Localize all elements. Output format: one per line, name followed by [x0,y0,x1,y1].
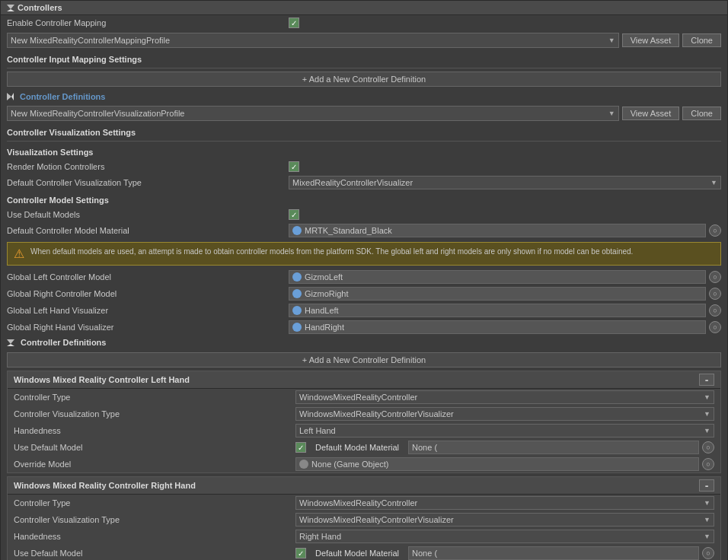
right-default-material-field[interactable]: None ( [408,546,699,560]
right-controller-type-text: WindowsMixedRealityController [299,498,417,508]
left-viz-type-dropdown[interactable]: WindowsMixedRealityControllerVisualizer … [295,407,714,421]
default-material-field[interactable]: MRTK_Standard_Black [289,224,706,237]
clone-btn[interactable]: Clone [682,33,721,47]
view-asset-btn[interactable]: View Asset [622,33,680,47]
left-handedness-text: Left Hand [299,426,336,435]
left-default-material-field[interactable]: None ( [408,441,699,454]
left-handedness-label: Handedness [14,426,295,435]
left-hand-remove-btn[interactable]: - [699,374,714,386]
right-default-material-label2: Default Model Material [315,549,399,558]
right-controller-type-dropdown[interactable]: WindowsMixedRealityController ▼ [295,496,714,510]
global-left-hand-field[interactable]: HandLeft [289,304,706,317]
left-override-model-text: None (Game Object) [311,460,388,469]
right-handedness-arrow: ▼ [704,533,710,540]
model-settings-title: Controller Model Settings [1,191,727,207]
controllers-header[interactable]: Controllers [1,1,727,15]
right-default-material-circle-btn[interactable]: ○ [702,547,714,559]
global-left-hand-text: HandLeft [305,306,339,315]
viz-profile-value: New MixedRealityControllerVisualizationP… [11,109,184,118]
enable-controller-checkbox[interactable]: ✓ [289,18,299,28]
right-controller-type-row: Controller Type WindowsMixedRealityContr… [8,495,720,511]
global-right-hand-text: HandRight [305,323,344,332]
left-controller-type-dropdown[interactable]: WindowsMixedRealityController ▼ [295,390,714,404]
default-viz-type-dropdown[interactable]: MixedRealityControllerVisualizer ▼ [289,176,721,189]
left-viz-type-row: Controller Visualization Type WindowsMix… [8,406,720,422]
global-right-hand-value: HandRight ○ [289,320,721,334]
mapping-profile-row: New MixedRealityControllerMappingProfile… [1,30,727,50]
default-viz-type-label: Default Controller Visualization Type [7,178,289,187]
right-viz-type-text: WindowsMixedRealityControllerVisualizer [299,515,454,524]
global-right-hand-label: Global Right Hand Visualizer [7,323,289,332]
add-controller-def-btn[interactable]: + Add a New Controller Definition [7,352,721,368]
left-use-default-label: Use Default Model [14,443,295,452]
global-right-circle-btn[interactable]: ○ [709,288,721,300]
right-handedness-row: Handedness Right Hand ▼ [8,528,720,545]
global-right-field[interactable]: GizmoRight [289,287,706,301]
add-controller-btn[interactable]: + Add a New Controller Definition [7,72,721,87]
right-use-default-label: Use Default Model [14,549,295,558]
global-right-hand-circle-btn[interactable]: ○ [709,321,721,333]
controller-defs-header[interactable]: Controller Definitions [1,90,727,103]
left-controller-type-value: WindowsMixedRealityController ▼ [295,390,714,404]
right-use-default-checkbox[interactable]: ✓ [295,548,306,558]
left-use-default-checkbox[interactable]: ✓ [295,442,306,453]
global-right-hand-field[interactable]: HandRight [289,320,706,334]
default-material-label: Default Controller Model Material [7,226,289,235]
left-viz-type-label: Controller Visualization Type [14,409,295,418]
render-motion-checkbox[interactable]: ✓ [289,161,299,172]
global-left-circle-btn[interactable]: ○ [709,271,721,283]
mapping-profile-dropdown[interactable]: New MixedRealityControllerMappingProfile… [7,33,619,48]
global-left-hand-row: Global Left Hand Visualizer HandLeft ○ [1,302,727,319]
mapping-profile-arrow: ▼ [608,37,615,44]
warning-text: When default models are used, an attempt… [30,247,633,257]
right-handedness-text: Right Hand [299,532,341,541]
controllers-panel: Controllers Enable Controller Mapping ✓ … [0,0,728,560]
left-viz-type-text: WindowsMixedRealityControllerVisualizer [299,409,454,418]
left-default-material-circle-btn[interactable]: ○ [702,441,714,453]
default-material-icon [292,226,302,235]
viz-view-asset-btn[interactable]: View Asset [622,107,680,120]
global-left-hand-circle-btn[interactable]: ○ [709,304,721,317]
global-right-text: GizmoRight [305,289,348,298]
default-viz-type-arrow: ▼ [710,179,717,186]
global-right-icon [292,289,302,298]
controller-defs-section-icon [7,339,14,346]
right-viz-type-label: Controller Visualization Type [14,515,295,524]
global-right-label: Global Right Controller Model [7,289,289,298]
viz-sub-title: Visualization Settings [1,143,727,159]
warning-box: ⚠ When default models are used, an attem… [7,242,721,266]
right-handedness-dropdown[interactable]: Right Hand ▼ [295,530,714,543]
use-default-models-checkbox[interactable]: ✓ [289,209,299,220]
global-left-text: GizmoLeft [305,272,343,282]
right-hand-header: Windows Mixed Reality Controller Right H… [8,477,720,495]
left-handedness-value: Left Hand ▼ [295,424,714,438]
right-controller-type-value: WindowsMixedRealityController ▼ [295,496,714,510]
right-viz-type-dropdown[interactable]: WindowsMixedRealityControllerVisualizer … [295,513,714,527]
left-override-model-circle-btn[interactable]: ○ [702,458,714,470]
left-override-model-value: None (Game Object) ○ [295,457,714,471]
left-handedness-row: Handedness Left Hand ▼ [8,422,720,439]
global-left-label: Global Left Controller Model [7,272,289,282]
viz-clone-btn[interactable]: Clone [682,107,721,120]
default-material-circle-btn[interactable]: ○ [709,224,721,237]
use-default-models-row: Use Default Models ✓ [1,207,727,222]
right-use-default-row: Use Default Model ✓ Default Model Materi… [8,545,720,560]
right-hand-remove-btn[interactable]: - [699,479,714,492]
enable-controller-label: Enable Controller Mapping [7,18,289,27]
left-hand-title: Windows Mixed Reality Controller Left Ha… [14,375,190,384]
global-left-value: GizmoLeft ○ [289,270,721,284]
global-left-row: Global Left Controller Model GizmoLeft ○ [1,269,727,285]
viz-settings-title: Controller Visualization Settings [1,123,727,139]
left-hand-controller-block: Windows Mixed Reality Controller Left Ha… [7,371,721,473]
viz-profile-dropdown[interactable]: New MixedRealityControllerVisualizationP… [7,106,619,121]
controller-defs-section-header[interactable]: Controller Definitions [1,336,727,349]
left-handedness-dropdown[interactable]: Left Hand ▼ [295,424,714,438]
mapping-profile-value: New MixedRealityControllerMappingProfile [11,36,170,45]
right-viz-type-arrow: ▼ [704,516,710,523]
global-left-field[interactable]: GizmoLeft [289,270,706,284]
left-override-model-field[interactable]: None (Game Object) [295,457,699,471]
global-left-hand-label: Global Left Hand Visualizer [7,306,289,315]
render-motion-value: ✓ [289,161,721,172]
global-right-hand-icon [292,323,302,332]
right-controller-type-label: Controller Type [14,498,295,508]
